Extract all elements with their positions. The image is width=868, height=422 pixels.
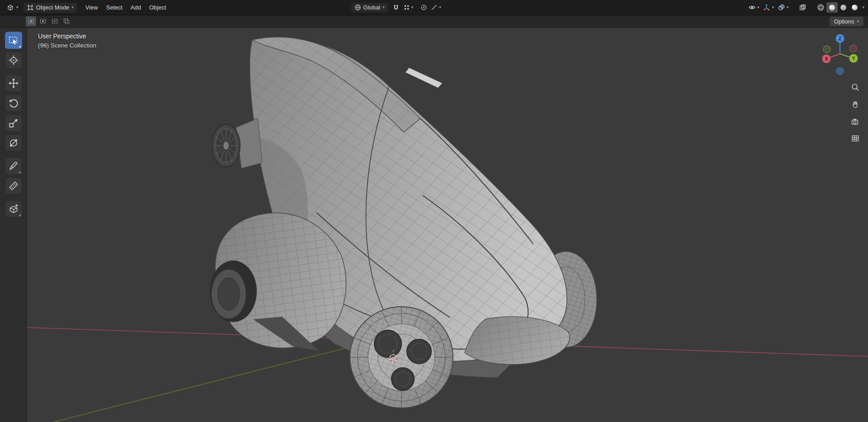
navigation-gizmo[interactable]: Z X Y [819,33,861,76]
side-turbine[interactable] [212,119,262,168]
tool-measure[interactable] [5,177,22,194]
pan-button[interactable] [851,100,860,109]
move-icon [8,78,19,89]
tool-transform[interactable] [5,134,22,152]
camera-view-button[interactable] [851,117,860,126]
separator [811,4,812,12]
chevron-down-icon: ▾ [857,19,859,24]
shading-dropdown-chevron[interactable]: ▾ [862,5,864,9]
tool-cursor[interactable] [5,52,22,69]
proportional-falloff-dropdown[interactable]: ▾ [429,3,443,12]
falloff-curve-icon [431,4,438,11]
visibility-dropdown[interactable]: ▾ [746,2,761,13]
overlays-dropdown[interactable]: ▾ [776,2,791,13]
chevron-down-icon: ▾ [411,5,414,9]
perspective-label: User Perspective [38,33,96,40]
gizmo-y-negative[interactable] [823,46,830,53]
front-wheel[interactable] [350,307,453,408]
tool-scale[interactable] [5,114,22,132]
rendered-sphere-icon [851,4,859,11]
select-mode-group [26,16,71,26]
cursor-tool-icon [8,55,19,66]
shading-wireframe-button[interactable] [815,2,826,13]
transform-icon [8,138,19,148]
mode-dropdown[interactable]: Object Mode ▾ [24,3,77,13]
xray-toggle[interactable] [797,2,808,13]
chevron-down-icon: ▾ [382,5,385,9]
gizmo-arrows-icon [763,4,770,11]
snap-settings-dropdown[interactable]: ▾ [401,3,415,12]
globe-icon [354,4,361,11]
eye-icon [748,4,756,11]
select-intersect-icon [63,18,70,25]
tool-flyout-indicator [19,214,21,216]
xray-icon [799,4,807,11]
select-set-icon [28,18,35,25]
tool-flyout-indicator [19,45,21,47]
orientation-dropdown[interactable]: Global ▾ [351,3,388,12]
tool-move[interactable] [5,75,22,92]
shading-material-button[interactable] [838,2,849,13]
toolbar [0,28,27,422]
gizmo-z-label: Z [839,36,841,41]
snap-increment-icon [403,4,410,11]
gizmo-x-negative[interactable] [849,45,857,52]
rear-fender[interactable] [465,317,570,365]
object-mode-icon [27,4,34,11]
grid-icon [852,136,859,141]
menu-view[interactable]: View [81,2,102,13]
gizmo-x-label: X [825,57,828,62]
snap-toggle[interactable] [391,3,401,13]
material-sphere-icon [840,4,847,11]
chevron-down-icon: ▾ [439,5,441,9]
proportional-circle-icon [420,4,427,11]
select-mode-set[interactable] [26,16,36,26]
zoom-button[interactable] [851,83,860,92]
shading-rendered-button[interactable] [849,2,860,13]
tool-rotate[interactable] [5,95,22,112]
tool-settings-bar: Options ▾ [0,15,868,28]
select-mode-extend[interactable] [38,16,48,26]
orientation-label: Global [363,4,381,11]
chevron-down-icon: ▾ [772,5,774,9]
options-label: Options [834,18,854,25]
select-mode-intersect[interactable] [61,16,71,26]
measure-ruler-icon [8,180,19,191]
magnet-icon [392,4,400,11]
menu-select[interactable]: Select [102,2,127,13]
rotate-icon [8,98,19,109]
viewport-header: ▾ Object Mode ▾ View Select Add Object G… [0,0,868,15]
box-select-icon [8,35,19,46]
select-extend-icon [39,18,47,25]
gizmo-y-label: Y [852,56,855,61]
perspective-toggle-button[interactable] [851,134,860,143]
options-dropdown[interactable]: Options ▾ [830,17,863,26]
collection-label: (96) Scene Collection [38,42,96,49]
gizmos-dropdown[interactable]: ▾ [761,2,776,13]
add-cube-icon [8,204,19,214]
hand-icon [853,101,857,108]
editor-type-icon [7,4,14,11]
tool-annotate[interactable] [5,157,22,175]
camera-icon [852,119,858,124]
solid-sphere-icon [828,4,836,11]
menu-add[interactable]: Add [127,2,145,13]
header-right-cluster: ▾ ▾ ▾ [746,2,864,13]
select-subtract-icon [51,18,58,25]
tool-select-box[interactable] [5,32,22,49]
gizmo-z-negative[interactable] [836,67,844,75]
viewport-scene[interactable] [0,0,868,422]
chevron-down-icon: ▾ [757,5,760,9]
menu-object[interactable]: Object [145,2,170,13]
wireframe-sphere-icon [817,4,825,11]
tool-add-cube[interactable] [5,200,22,218]
chevron-down-icon: ▾ [16,5,19,9]
shading-solid-button[interactable] [826,2,838,13]
proportional-edit-toggle[interactable] [419,3,429,12]
chevron-down-icon: ▾ [787,5,789,9]
mode-label: Object Mode [36,4,70,11]
select-mode-subtract[interactable] [49,16,60,26]
editor-type-button[interactable]: ▾ [4,3,22,13]
annotate-pen-icon [8,161,19,171]
tool-flyout-indicator [19,171,21,173]
